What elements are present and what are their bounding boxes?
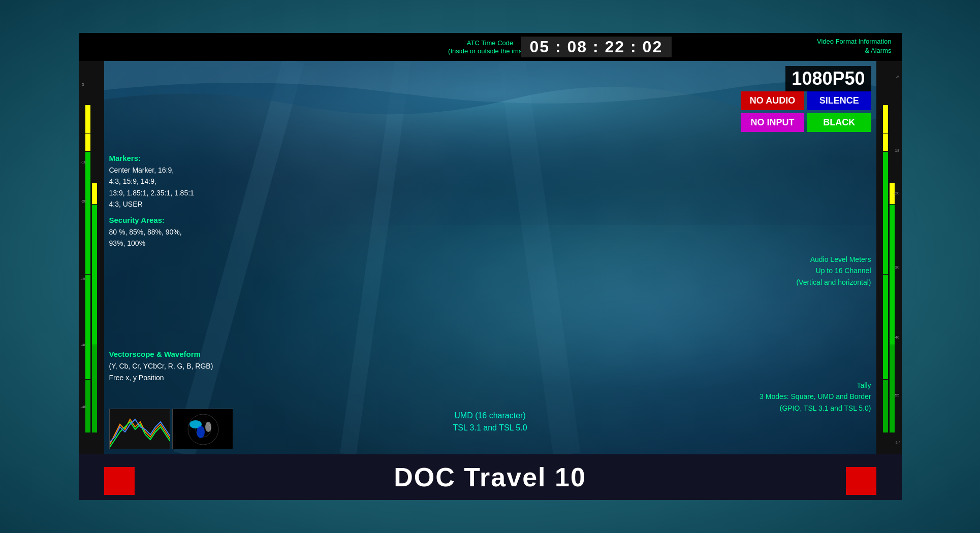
audio-meter-left: -5 -18 -20 -30 -40 -46 xyxy=(79,61,104,454)
timecode-label: ATC Time Code (Inside or outside the ima… xyxy=(448,39,532,55)
video-format-label: Video Format Information & Alarms xyxy=(817,37,891,55)
atc-title-text: ATC Time Code xyxy=(467,39,514,47)
alert-no-audio: NO AUDIO xyxy=(741,91,804,110)
svg-point-10 xyxy=(197,426,205,438)
tally-indicator-left xyxy=(104,467,135,495)
umd-title: UMD (16 character) xyxy=(453,410,527,422)
tally-title: Tally xyxy=(760,380,871,391)
atc-title: ATC Time Code (Inside or outside the ima… xyxy=(448,39,532,55)
tally-label: Tally 3 Modes: Square, UMD and Border (G… xyxy=(760,380,871,414)
alert-no-input: NO INPUT xyxy=(741,113,804,132)
audio-title: Audio Level Meters xyxy=(796,254,871,265)
video-background: 1080P50 NO AUDIO SILENCE NO INPUT BLACK … xyxy=(104,61,876,454)
markers-text: Markers: Center Marker, 16:9, 4:3, 15:9,… xyxy=(109,152,194,249)
timecode-bar: ATC Time Code (Inside or outside the ima… xyxy=(79,33,902,61)
tally-indicator-right xyxy=(846,467,876,495)
vectorscope-content: (Y, Cb, Cr, YCbCr, R, G, B, RGB) xyxy=(109,360,213,372)
audio-meter-right: -5 -18 -20 -30 -40 -55 -2.4 xyxy=(876,61,902,454)
audio-line2: (Vertical and horizontal) xyxy=(796,277,871,288)
umd-label: UMD (16 character) TSL 3.1 and TSL 5.0 xyxy=(453,410,527,434)
tally-line2: (GPIO, TSL 3.1 and TSL 5.0) xyxy=(760,403,871,414)
audio-label: Audio Level Meters Up to 16 Channel (Ver… xyxy=(796,254,871,288)
scope-thumbnails xyxy=(109,409,233,449)
station-name: DOC Travel 10 xyxy=(394,462,586,492)
svg-point-11 xyxy=(205,422,211,432)
security-content: 80 %, 85%, 88%, 90%, 93%, 100% xyxy=(109,226,194,249)
vectorscope-thumb xyxy=(172,409,233,449)
timecode-value: 05 : 08 : 22 : 02 xyxy=(521,37,672,57)
vectorscope-title: Vectorscope & Waveform xyxy=(109,348,213,360)
monitor-container: ATC Time Code (Inside or outside the ima… xyxy=(79,33,902,500)
alert-silence: SILENCE xyxy=(807,91,871,110)
alert-black: BLACK xyxy=(807,113,871,132)
waveform-thumb xyxy=(109,409,170,449)
format-badge: 1080P50 xyxy=(785,66,871,91)
umd-subtitle: TSL 3.1 and TSL 5.0 xyxy=(453,422,527,434)
markers-title: Markers: xyxy=(109,152,194,164)
vectorscope-position: Free x, y Position xyxy=(109,372,213,383)
audio-line1: Up to 16 Channel xyxy=(796,265,871,276)
markers-content: Center Marker, 16:9, 4:3, 15:9, 14:9, 13… xyxy=(109,164,194,210)
video-format-title: Video Format Information xyxy=(817,38,891,45)
umd-bar: DOC Travel 10 xyxy=(79,454,902,500)
tally-line1: 3 Modes: Square, UMD and Border xyxy=(760,391,871,402)
vectorscope-text: Vectorscope & Waveform (Y, Cb, Cr, YCbCr… xyxy=(109,348,213,383)
video-area: 1080P50 NO AUDIO SILENCE NO INPUT BLACK … xyxy=(104,61,876,454)
alerts-container: NO AUDIO SILENCE NO INPUT BLACK xyxy=(741,91,871,132)
video-format-subtitle: & Alarms xyxy=(865,47,891,54)
security-title: Security Areas: xyxy=(109,214,194,226)
atc-subtitle-text: (Inside or outside the image) xyxy=(448,47,532,55)
